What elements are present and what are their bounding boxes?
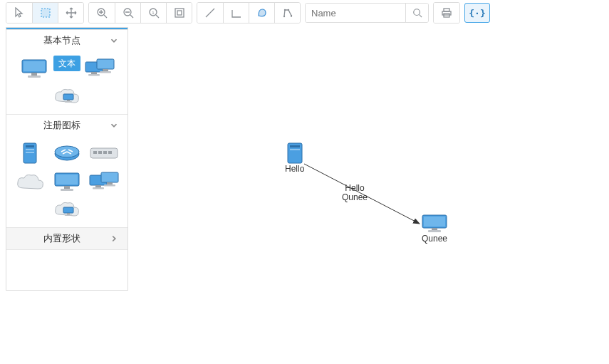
svg-rect-24: [100, 71, 111, 73]
panel-shapes-header[interactable]: 内置形状: [6, 228, 127, 249]
node-text[interactable]: 文本: [53, 56, 80, 71]
svg-rect-49: [63, 207, 73, 213]
search-input[interactable]: [306, 4, 405, 22]
svg-rect-30: [26, 149, 34, 150]
svg-point-8: [283, 9, 285, 11]
svg-rect-23: [88, 74, 100, 76]
svg-rect-48: [104, 184, 115, 187]
svg-rect-46: [107, 182, 113, 184]
svg-point-7: [283, 16, 284, 17]
svg-rect-22: [103, 69, 108, 71]
svg-rect-16: [24, 61, 45, 71]
svg-rect-42: [61, 189, 73, 191]
search-button[interactable]: [405, 4, 428, 22]
move-tool[interactable]: [58, 3, 83, 23]
svg-rect-54: [290, 145, 300, 147]
panel-basic-header[interactable]: 基本节点: [6, 30, 127, 51]
svg-rect-18: [28, 76, 41, 78]
node-server[interactable]: [12, 140, 48, 166]
node-router[interactable]: [49, 140, 85, 166]
svg-rect-25: [63, 94, 73, 100]
panel-basic-body: 文本: [6, 51, 127, 114]
panel-shapes: 内置形状: [6, 228, 127, 250]
print-button[interactable]: [434, 3, 459, 23]
svg-rect-36: [98, 151, 102, 154]
svg-point-11: [413, 9, 420, 16]
svg-rect-57: [424, 217, 445, 227]
edge-label: Hello Qunee: [342, 184, 368, 202]
svg-rect-0: [41, 9, 50, 17]
canvas[interactable]: Hello Qunee Hello Qunee: [128, 26, 609, 364]
svg-text:1: 1: [152, 11, 155, 15]
svg-point-10: [290, 15, 291, 16]
svg-rect-47: [93, 187, 104, 189]
svg-rect-21: [91, 72, 97, 74]
json-button[interactable]: {·}: [464, 3, 490, 23]
svg-rect-35: [93, 151, 97, 154]
node-label: Hello: [285, 164, 304, 174]
zoom-in[interactable]: [89, 3, 115, 23]
svg-rect-40: [56, 175, 78, 184]
svg-rect-38: [108, 151, 112, 154]
node-cloud[interactable]: [12, 169, 48, 194]
svg-rect-44: [101, 172, 118, 182]
svg-rect-6: [177, 11, 182, 15]
pointer-tool[interactable]: [6, 3, 32, 23]
edge-hello-qunee[interactable]: [128, 26, 609, 364]
chevron-right-icon: [109, 234, 119, 244]
svg-rect-45: [95, 185, 101, 187]
zoom-reset[interactable]: 1: [140, 3, 166, 23]
node-cloud-monitor[interactable]: [9, 84, 125, 110]
svg-rect-17: [31, 73, 37, 76]
svg-rect-31: [26, 152, 34, 153]
node-monitor2[interactable]: [49, 169, 85, 194]
svg-rect-50: [67, 213, 70, 214]
svg-point-9: [287, 9, 288, 11]
shape-path[interactable]: [274, 3, 300, 23]
marquee-tool[interactable]: [32, 3, 58, 23]
node-switch[interactable]: [86, 140, 122, 166]
svg-rect-20: [97, 59, 114, 69]
node-dual-monitor2[interactable]: [86, 169, 122, 194]
svg-rect-27: [65, 101, 72, 103]
mode-group: [6, 2, 84, 24]
zoom-group: 1: [88, 2, 192, 24]
svg-rect-37: [103, 151, 107, 154]
search-box: [305, 3, 429, 23]
svg-rect-26: [67, 100, 70, 101]
svg-rect-51: [65, 214, 72, 216]
zoom-fit[interactable]: [166, 3, 192, 23]
node-qunee[interactable]: Qunee: [420, 214, 449, 244]
panel-title: 内置形状: [15, 232, 109, 245]
edge-line[interactable]: [197, 3, 223, 23]
sidebar: 基本节点 文本 注册图标: [6, 27, 128, 291]
panel-basic: 基本节点 文本: [6, 30, 127, 115]
svg-rect-29: [26, 145, 34, 147]
chevron-down-icon: [109, 120, 119, 130]
panel-title: 基本节点: [15, 34, 109, 47]
edge-ortho[interactable]: [223, 3, 249, 23]
svg-rect-41: [64, 186, 70, 189]
node-dual-monitor[interactable]: [82, 56, 118, 81]
node-hello[interactable]: Hello: [285, 142, 304, 174]
chevron-down-icon: [109, 36, 119, 46]
node-label: Qunee: [422, 234, 447, 244]
shape-poly[interactable]: [249, 3, 274, 23]
svg-rect-5: [175, 9, 184, 17]
panel-title: 注册图标: [15, 119, 109, 132]
node-cloud-monitor2[interactable]: [9, 197, 125, 223]
edge-group: [197, 2, 301, 24]
panel-registered-body: [6, 136, 127, 227]
panel-registered: 注册图标: [6, 115, 127, 228]
toolbar: 1 {·}: [0, 0, 609, 26]
edge-label-line2: Qunee: [342, 193, 368, 202]
svg-rect-55: [290, 149, 300, 150]
svg-rect-58: [432, 228, 437, 230]
export-group: [433, 2, 460, 24]
main: 基本节点 文本 注册图标: [0, 26, 609, 364]
panel-registered-header[interactable]: 注册图标: [6, 115, 127, 136]
zoom-out[interactable]: [115, 3, 140, 23]
svg-rect-59: [428, 230, 441, 232]
node-monitor[interactable]: [16, 56, 52, 81]
